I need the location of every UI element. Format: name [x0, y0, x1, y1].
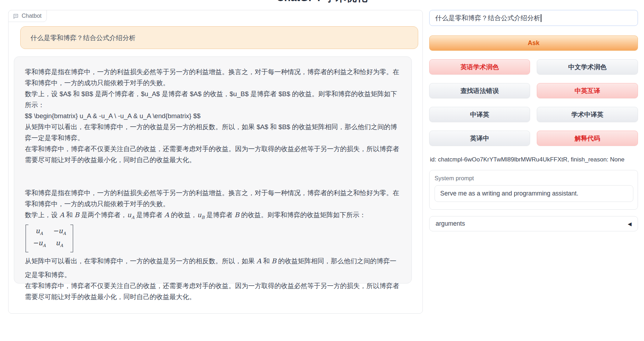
bot-paragraph: 在零和博弈中，博弈者不仅要关注自己的收益，还需要考虑对手的收益。因为一方取得的收…: [25, 280, 401, 302]
bot-message-rendered: 零和博弈是指在博弈中，一方的利益损失必然等于另一方的利益增益。换言之，对于每一种…: [25, 187, 401, 302]
accordion-collapse-icon: ◀: [628, 221, 632, 227]
system-prompt-input[interactable]: Serve me as a writing and programming as…: [435, 185, 633, 202]
bot-paragraph: 在零和博弈中，博弈者不仅要关注自己的收益，还需要考虑对手的收益。因为一方取得的收…: [25, 143, 401, 165]
matrix-right-bracket: [70, 225, 73, 253]
action-button-en-to-zh[interactable]: 英译中: [429, 131, 530, 146]
text-caret: [541, 14, 541, 22]
payoff-matrix: uA −uA −uA uA: [26, 225, 73, 253]
matrix-left-bracket: [26, 225, 28, 253]
action-button-chinese-polish[interactable]: 中文学术润色: [537, 59, 638, 75]
chatbot-label-text: Chatbot: [22, 13, 42, 19]
action-button-find-grammar-errors[interactable]: 查找语法错误: [429, 83, 530, 98]
action-buttons-grid: 英语学术润色 中文学术润色 查找语法错误 中英互译 中译英 学术中译英 英译中 …: [429, 59, 638, 146]
arguments-accordion-label: arguments: [436, 220, 465, 227]
matrix-cell: −uA: [33, 238, 46, 250]
action-button-explain-code[interactable]: 解释代码: [537, 131, 638, 146]
page-title-cropped: ChatGPT 学术优化: [0, 0, 644, 3]
question-input-value: 什么是零和博弈？结合公式介绍分析: [435, 13, 540, 22]
bot-message-bubble: 零和博弈是指在博弈中，一方的利益损失必然等于另一方的利益增益。换言之，对于每一种…: [14, 56, 412, 284]
control-sidebar: 什么是零和博弈？结合公式介绍分析 Ask 英语学术润色 中文学术润色 查找语法错…: [429, 10, 638, 329]
chat-bubble-icon: [13, 13, 19, 19]
bot-latex-source: $$ \begin{bmatrix} u_A & -u_A \ -u_A & u…: [25, 110, 401, 121]
action-button-academic-zh-to-en[interactable]: 学术中译英: [537, 107, 638, 122]
app-page: ChatGPT 学术优化 Chatbot 什么是零和博弈？结合公式介绍分析 零和…: [0, 0, 644, 341]
chatbot-label: Chatbot: [8, 10, 47, 22]
matrix-cell: −uA: [53, 226, 66, 238]
system-prompt-group: System prompt Serve me as a writing and …: [429, 170, 638, 210]
bot-paragraph: 数学上，设 $A$ 和 $B$ 是两个博弈者，$u_A$ 是博弈者 $A$ 的收…: [25, 88, 401, 110]
system-prompt-label: System prompt: [435, 175, 633, 182]
user-message-bubble: 什么是零和博弈？结合公式介绍分析: [20, 26, 418, 49]
user-message-text: 什么是零和博弈？结合公式介绍分析: [31, 33, 136, 42]
action-button-zh-to-en[interactable]: 中译英: [429, 107, 530, 122]
bot-paragraph-with-math: 从矩阵中可以看出，在零和博弈中，一方的收益是另一方的相反数。所以，如果 A 和 …: [25, 255, 401, 280]
bot-paragraph-with-math: 数学上，设 A 和 B 是两个博弈者，uA 是博弈者 A 的收益，uB 是博弈者…: [25, 209, 401, 223]
bot-paragraph: 零和博弈是指在博弈中，一方的利益损失必然等于另一方的利益增益。换言之，对于每一种…: [25, 66, 401, 88]
bot-message-raw: 零和博弈是指在博弈中，一方的利益损失必然等于另一方的利益增益。换言之，对于每一种…: [25, 66, 401, 165]
action-button-zh-en-mutual-translate[interactable]: 中英互译: [537, 83, 638, 98]
ask-button[interactable]: Ask: [429, 35, 638, 51]
question-input[interactable]: 什么是零和博弈？结合公式介绍分析: [429, 10, 638, 26]
action-button-english-polish[interactable]: 英语学术润色: [429, 59, 530, 75]
system-prompt-value: Serve me as a writing and programming as…: [440, 190, 578, 197]
bot-paragraph: 零和博弈是指在博弈中，一方的利益损失必然等于另一方的利益增益。换言之，对于每一种…: [25, 187, 401, 209]
chatbot-panel: Chatbot 什么是零和博弈？结合公式介绍分析 零和博弈是指在博弈中，一方的利…: [8, 10, 423, 314]
status-line: id: chatcmpl-6wOo7KrYTwMl89lbrMWRu4UkFFX…: [430, 156, 624, 163]
matrix-cell: uA: [53, 238, 66, 250]
matrix-cell: uA: [33, 226, 46, 238]
bot-paragraph: 从矩阵中可以看出，在零和博弈中，一方的收益是另一方的相反数。所以，如果 $A$ …: [25, 121, 401, 143]
arguments-accordion[interactable]: arguments ◀: [429, 216, 638, 231]
